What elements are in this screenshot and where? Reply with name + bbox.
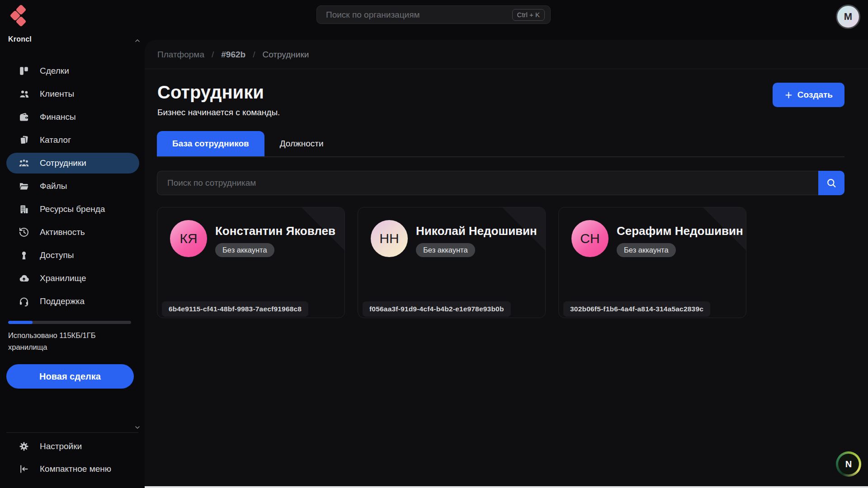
sidebar-item-label: Ресурсы бренда [40, 204, 105, 214]
status-badge: Без аккаунта [416, 243, 475, 257]
tab-positions[interactable]: Должности [264, 131, 339, 156]
breadcrumb-org-id[interactable]: #962b [221, 50, 245, 60]
support-widget-avatar[interactable]: N [836, 451, 861, 477]
brand-name: Kroncl [8, 35, 32, 43]
sidebar-item-brand-resources[interactable]: Ресурсы бренда [6, 199, 139, 220]
folder-icon [18, 180, 30, 192]
breadcrumb-current: Сотрудники [262, 50, 309, 60]
sidebar-item-settings[interactable]: Настройки [6, 436, 139, 456]
tab-employee-base[interactable]: База сотрудников [157, 131, 264, 156]
building-icon [18, 203, 30, 215]
cloud-upload-icon [18, 272, 30, 284]
chevron-down-icon[interactable] [134, 424, 141, 431]
avatar: НН [371, 220, 408, 257]
keyhole-icon [18, 249, 30, 261]
sidebar-item-deals[interactable]: Сделки [6, 61, 139, 81]
global-search: Ctrl + K [316, 5, 551, 24]
sidebar-item-label: Клиенты [40, 89, 74, 99]
sidebar-item-clients[interactable]: Клиенты [6, 84, 139, 104]
sidebar-item-catalog[interactable]: Каталог [6, 130, 139, 150]
breadcrumb-separator: / [253, 50, 255, 60]
employee-name: Николай Недошивин [416, 224, 537, 238]
tab-underline [157, 156, 844, 157]
bottom-scrollbar[interactable] [145, 486, 868, 488]
storage-progress [8, 321, 131, 324]
employee-name: Константин Яковлев [215, 224, 335, 238]
org-search-input[interactable] [326, 10, 512, 20]
breadcrumb-platform[interactable]: Платформа [157, 50, 204, 60]
page-title: Сотрудники [157, 82, 264, 103]
shortcut-badge: Ctrl + K [512, 9, 545, 21]
search-icon [826, 178, 837, 188]
sidebar-item-label: Сотрудники [40, 158, 86, 168]
sidebar-item-compact-menu[interactable]: Компактное меню [6, 459, 139, 479]
team-icon [18, 157, 30, 169]
sidebar-item-storage[interactable]: Хранилище [6, 268, 139, 289]
support-widget-initial: N [838, 454, 859, 474]
sidebar-item-label: Доступы [40, 250, 74, 260]
employee-card[interactable]: СН Серафим Недошивин Без аккаунта 302b06… [558, 207, 746, 318]
employee-uuid: 6b4e9115-cf41-48bf-9983-7aecf91968c8 [162, 301, 308, 317]
sidebar-divider [6, 432, 138, 433]
user-avatar[interactable]: M [836, 5, 860, 29]
sidebar-nav: Сделки Клиенты Финансы Каталог Сотрудник… [6, 61, 139, 312]
sidebar-item-label: Хранилище [40, 273, 86, 283]
history-icon [18, 226, 30, 238]
sidebar-item-support[interactable]: Поддержка [6, 291, 139, 312]
storage-progress-fill [8, 321, 33, 324]
plus-icon [784, 91, 793, 99]
sidebar-item-files[interactable]: Файлы [6, 176, 139, 197]
avatar: СН [571, 220, 609, 257]
sidebar-item-label: Компактное меню [40, 464, 111, 474]
employee-uuid: f056aa3f-91d9-4cf4-b4b2-e1e978e93b0b [363, 301, 511, 317]
status-badge: Без аккаунта [617, 243, 676, 257]
employee-search-button[interactable] [818, 171, 844, 195]
breadcrumb: Платформа / #962b / Сотрудники [157, 50, 309, 60]
headset-icon [18, 296, 30, 307]
create-button-label: Создать [797, 90, 833, 100]
main-panel: Платформа / #962b / Сотрудники Сотрудник… [145, 40, 868, 488]
employee-card[interactable]: КЯ Константин Яковлев Без аккаунта 6b4e9… [157, 207, 345, 318]
header-divider [145, 69, 868, 69]
sidebar-item-label: Настройки [40, 441, 82, 451]
employee-uuid: 302b06f5-f1b6-4a4f-a814-314a5ac2839c [563, 301, 710, 317]
collapse-menu-icon [18, 463, 30, 475]
employee-card[interactable]: НН Николай Недошивин Без аккаунта f056aa… [358, 207, 546, 318]
sidebar-item-label: Активность [40, 227, 85, 237]
breadcrumb-separator: / [212, 50, 214, 60]
chevron-up-icon[interactable] [134, 37, 141, 44]
sidebar-item-label: Файлы [40, 181, 67, 191]
sidebar-item-label: Финансы [40, 112, 76, 122]
sidebar-item-activity[interactable]: Активность [6, 222, 139, 243]
sidebar-item-label: Каталог [40, 135, 71, 145]
employee-search [157, 171, 844, 195]
new-deal-button[interactable]: Новая сделка [6, 364, 134, 389]
page-subtitle: Бизнес начинается с команды. [157, 108, 280, 117]
brand-logo-icon[interactable] [11, 5, 32, 26]
catalog-icon [18, 134, 30, 146]
sidebar-item-label: Сделки [40, 66, 69, 76]
sidebar-item-access[interactable]: Доступы [6, 245, 139, 266]
sidebar: Kroncl Сделки Клиенты Финансы Каталог [0, 0, 145, 488]
employee-name: Серафим Недошивин [617, 224, 743, 238]
app-root: Kroncl Сделки Клиенты Финансы Каталог [0, 0, 868, 488]
users-icon [18, 88, 30, 100]
avatar: КЯ [170, 220, 207, 257]
employee-search-input[interactable] [157, 171, 818, 195]
create-button[interactable]: Создать [773, 83, 844, 107]
wallet-icon [18, 111, 30, 123]
employee-card-grid: КЯ Константин Яковлев Без аккаунта 6b4e9… [157, 207, 844, 318]
storage-usage-text: Использовано 115КБ/1ГБ хранилища [8, 330, 113, 353]
sidebar-item-employees[interactable]: Сотрудники [6, 153, 139, 174]
status-badge: Без аккаунта [215, 243, 274, 257]
sidebar-item-label: Поддержка [40, 296, 85, 306]
kanban-icon [18, 65, 30, 77]
sidebar-item-finances[interactable]: Финансы [6, 107, 139, 127]
gear-icon [18, 441, 30, 452]
tab-bar: База сотрудников Должности [157, 131, 339, 156]
